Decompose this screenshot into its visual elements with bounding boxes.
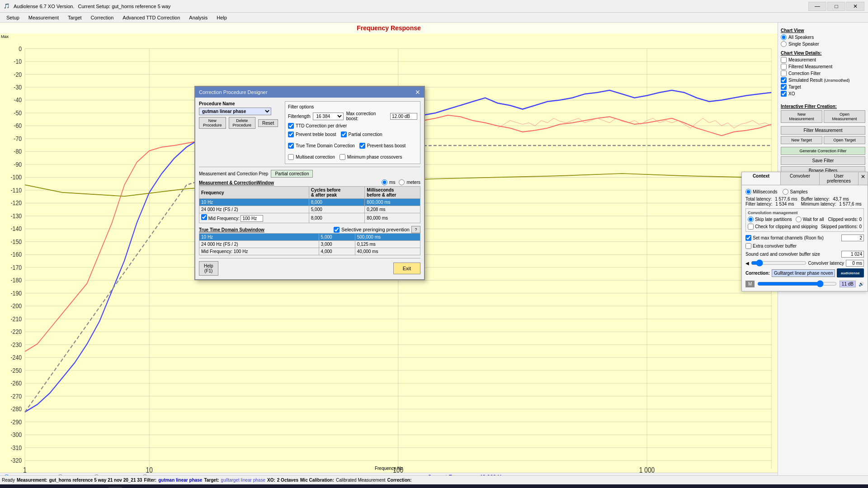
help-button[interactable]: Help(F1): [199, 261, 218, 276]
sub-table-row[interactable]: 10 Hz 5,000 500,000 ms: [199, 234, 420, 241]
convolver-slider[interactable]: [751, 259, 807, 267]
cpd-close-button[interactable]: ✕: [415, 89, 420, 96]
meters-radio[interactable]: [399, 179, 405, 185]
subwindow-header: True Time Domain Subwindow Selective pre…: [199, 226, 420, 233]
svg-text:1 000: 1 000: [639, 466, 655, 473]
mid-freq-check[interactable]: [201, 214, 207, 220]
mute-button[interactable]: M: [745, 281, 755, 287]
svg-text:-140: -140: [10, 225, 22, 232]
cb-target-check[interactable]: [781, 84, 787, 90]
correction-input[interactable]: [772, 269, 835, 277]
skipped-partitions-label: Skipped partitions:: [821, 224, 858, 229]
context-close-button[interactable]: ✕: [859, 172, 868, 185]
filter-options-title: Filter options: [288, 104, 417, 109]
save-filter-button[interactable]: Save Filter: [781, 156, 865, 165]
max-boost-label: Max correction boost:: [346, 111, 387, 121]
cb-simulated-result-check[interactable]: [781, 77, 787, 83]
tab-convolver[interactable]: Convolver: [781, 172, 820, 185]
tab-group-delay[interactable]: Group Delay: [57, 474, 90, 476]
tab-all[interactable]: All: [142, 474, 154, 476]
multiseat-check[interactable]: [288, 154, 294, 160]
sub-table-row[interactable]: Mid Frequency: 100 Hz 4,000 40,000 ms: [199, 248, 420, 255]
tab-freq-radio[interactable]: [4, 474, 9, 476]
measurement-label: Measurement:: [17, 478, 47, 483]
prevent-treble-check[interactable]: [288, 131, 294, 137]
menu-measurement[interactable]: Measurement: [24, 14, 63, 21]
open-measurement-button[interactable]: OpenMeasurement: [824, 110, 865, 123]
filterlength-select[interactable]: 16 384: [313, 113, 343, 120]
context-body: Milliseconds Samples Total latency: 1 57…: [742, 185, 868, 291]
app-icon: 🎵: [4, 3, 10, 9]
tab-all-radio[interactable]: [142, 474, 148, 476]
tab-user-preferences[interactable]: User preferences: [820, 172, 859, 185]
prevent-bass-check[interactable]: [359, 143, 365, 149]
close-button[interactable]: ✕: [846, 2, 864, 11]
tab-group-radio[interactable]: [57, 474, 63, 476]
max-channels-input[interactable]: [841, 235, 864, 241]
wait-for-all-radio[interactable]: [796, 216, 802, 222]
selective-preringing-check[interactable]: [334, 227, 340, 233]
reset-button[interactable]: Reset: [258, 119, 278, 127]
tab-impulse-response[interactable]: Impulse Response: [94, 474, 138, 476]
sub-table-row[interactable]: 24 000 Hz (FS / 2) 3,000 0,125 ms: [199, 241, 420, 248]
generate-correction-filter-button[interactable]: Generate Correction Filter: [781, 147, 865, 155]
extra-buffer-check[interactable]: [745, 243, 751, 249]
new-measurement-button[interactable]: NewMeasurement: [781, 110, 822, 123]
samples-radio[interactable]: [783, 189, 788, 195]
meters-radio-row: meters: [399, 179, 420, 185]
menu-help[interactable]: Help: [212, 14, 231, 21]
filter-measurement-button[interactable]: Filter Measurement: [781, 126, 865, 135]
new-procedure-button[interactable]: NewProcedure: [199, 117, 226, 129]
min-phase-check[interactable]: [340, 154, 345, 160]
tab-context[interactable]: Context: [742, 172, 781, 185]
speaker-icon: 🔊: [859, 282, 864, 286]
cb-filtered-meas-check[interactable]: [781, 64, 787, 70]
convolver-latency-input[interactable]: [846, 260, 864, 267]
check-clipping-check[interactable]: [748, 224, 754, 230]
partial-correction-check[interactable]: [341, 131, 347, 137]
partial-correction-button[interactable]: Partial correction: [271, 170, 313, 178]
tab-frequency-response[interactable]: Frequency Response: [4, 474, 54, 476]
max-boost-input[interactable]: [390, 113, 417, 120]
cb-correction-filter-label: Correction Filter: [788, 71, 821, 76]
menu-advanced-ttd[interactable]: Advanced TTD Correction: [118, 14, 184, 21]
volume-slider[interactable]: [757, 280, 837, 287]
selective-preringing-row: Selective preringing prevention ?: [334, 226, 420, 233]
sound-card-input[interactable]: [841, 251, 864, 258]
cb-xo-check[interactable]: [781, 91, 787, 97]
max-channels-check[interactable]: [745, 235, 751, 241]
true-time-check[interactable]: [288, 143, 294, 149]
exit-button[interactable]: Exit: [393, 263, 420, 274]
milliseconds-radio[interactable]: [745, 189, 751, 195]
maximize-button[interactable]: □: [827, 2, 845, 11]
ms-radio[interactable]: [382, 179, 387, 185]
delete-procedure-button[interactable]: DeleteProcedure: [229, 117, 256, 129]
open-target-button[interactable]: Open Target: [824, 136, 865, 144]
menu-setup[interactable]: Setup: [2, 14, 24, 21]
cb-correction-filter-check[interactable]: [781, 70, 787, 76]
table-row[interactable]: Mid Frequency: 8,000 80,000 ms: [199, 213, 420, 223]
minimize-button[interactable]: —: [808, 2, 826, 11]
skip-late-radio[interactable]: [748, 216, 754, 222]
sound-card-label: Sound card and convolver buffer size: [745, 252, 820, 257]
table-row[interactable]: 24 000 Hz (FS / 2) 5,000 0,208 ms: [199, 206, 420, 213]
menu-correction[interactable]: Correction: [86, 14, 118, 21]
ttd-check[interactable]: [288, 123, 294, 129]
measurement-table: Frequency Cycles before& after peak Mill…: [199, 186, 420, 223]
prevent-bass-label: Prevent bass boost: [367, 143, 406, 148]
ms-label: ms: [389, 180, 395, 185]
tab-impulse-radio[interactable]: [94, 474, 99, 476]
procedure-name-select[interactable]: gutman linear phase: [199, 108, 271, 115]
table-row[interactable]: 10 Hz 8,000 800,000 ms: [199, 199, 420, 206]
cb-measurement-check[interactable]: [781, 57, 787, 63]
new-target-button[interactable]: New Target: [781, 136, 822, 144]
all-speakers-radio[interactable]: [781, 34, 787, 40]
menu-bar: Setup Measurement Target Correction Adva…: [0, 13, 868, 23]
mid-freq-input[interactable]: [241, 215, 263, 222]
buffer-latency-label: Buffer latency:: [801, 197, 830, 202]
menu-analysis[interactable]: Analysis: [184, 14, 212, 21]
single-speaker-radio[interactable]: [781, 41, 787, 47]
col-frequency: Frequency: [199, 187, 309, 199]
help-inline-button[interactable]: ?: [411, 226, 420, 233]
menu-target[interactable]: Target: [63, 14, 86, 21]
